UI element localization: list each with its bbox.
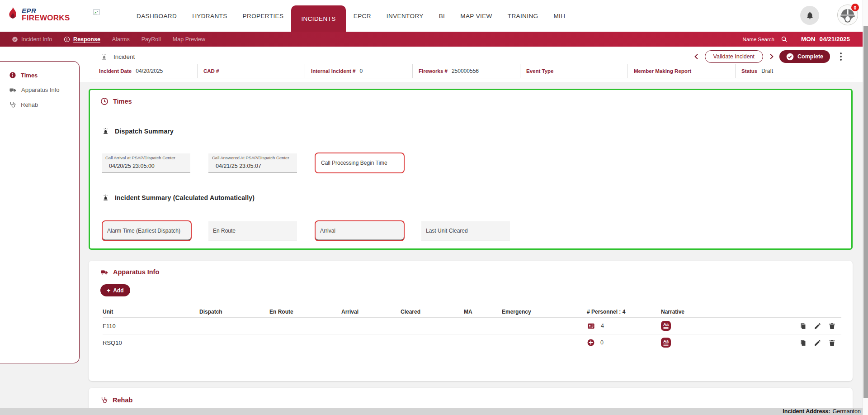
page-title: Incident bbox=[113, 53, 135, 60]
check-circle-icon bbox=[786, 53, 794, 61]
nav-bi[interactable]: BI bbox=[431, 0, 453, 32]
sidebar-item-apparatus-info[interactable]: Apparatus Info bbox=[0, 82, 79, 97]
personnel-count: 4 bbox=[601, 323, 604, 329]
sidebar-item-label: Apparatus Info bbox=[21, 86, 60, 93]
col-personnel: # Personnel : 4 bbox=[587, 309, 661, 315]
edit-row-icon[interactable] bbox=[814, 322, 821, 330]
field-value: Draft bbox=[761, 68, 773, 74]
nav-epcr[interactable]: EPCR bbox=[346, 0, 379, 32]
field-label: Call Arrival at PSAP/Dispatch Center bbox=[105, 155, 175, 160]
field-status: Status Draft bbox=[735, 64, 854, 78]
incident-address-value: Germanton bbox=[832, 408, 861, 415]
add-personnel-icon[interactable] bbox=[587, 339, 595, 347]
col-en-route: En Route bbox=[269, 309, 341, 315]
app-logo: EPR FIREWORKS bbox=[6, 6, 70, 23]
scrollbar-thumb[interactable] bbox=[863, 26, 868, 398]
subnav-alarms[interactable]: Alarms bbox=[112, 36, 130, 43]
delete-row-icon[interactable] bbox=[828, 322, 836, 330]
status-bar: Incident Address: Germanton bbox=[0, 408, 868, 415]
nav-dashboard[interactable]: DASHBOARD bbox=[129, 0, 184, 32]
subnav-incident-info[interactable]: Incident Info bbox=[12, 36, 52, 43]
flame-logo-icon bbox=[6, 6, 19, 23]
field-label: Member Making Report bbox=[634, 68, 691, 74]
nav-mih[interactable]: MIH bbox=[546, 0, 573, 32]
check-circle-icon bbox=[12, 36, 18, 43]
dispatch-summary-title: Dispatch Summary bbox=[102, 127, 174, 135]
subnav-label: Response bbox=[73, 36, 100, 43]
subnav-map-preview[interactable]: Map Preview bbox=[173, 36, 205, 43]
user-avatar[interactable]: 0 bbox=[837, 5, 858, 25]
delete-row-icon[interactable] bbox=[828, 339, 836, 347]
field-cad-number: CAD # bbox=[197, 64, 305, 78]
svg-text:Aa: Aa bbox=[663, 322, 669, 327]
times-title-label: Times bbox=[113, 98, 132, 105]
apparatus-section-title: Apparatus Info bbox=[100, 268, 159, 276]
last-unit-cleared-field[interactable]: Last Unit Cleared bbox=[421, 221, 510, 240]
copy-row-icon[interactable] bbox=[799, 339, 807, 347]
call-arrival-psap-field[interactable]: Call Arrival at PSAP/Dispatch Center 04/… bbox=[102, 153, 190, 172]
siren-icon bbox=[102, 127, 109, 135]
nav-map-view[interactable]: MAP VIEW bbox=[453, 0, 500, 32]
apparatus-table-header: Unit Dispatch En Route Arrival Cleared M… bbox=[103, 306, 841, 318]
table-row: F110 4 Aa bbox=[103, 318, 841, 334]
call-processing-begin-time-field[interactable]: Call Processing Begin Time bbox=[315, 153, 405, 173]
plus-icon: + bbox=[107, 287, 110, 294]
nav-training[interactable]: TRAINING bbox=[500, 0, 546, 32]
incident-summary-label: Incident Summary (Calculated Automatical… bbox=[115, 194, 255, 201]
nav-label: INVENTORY bbox=[387, 13, 424, 19]
more-options-button[interactable] bbox=[838, 51, 844, 62]
fire-truck-icon bbox=[9, 86, 17, 94]
incident-address-label: Incident Address: bbox=[783, 408, 830, 415]
validate-incident-button[interactable]: Validate Incident bbox=[705, 50, 764, 63]
personnel-count: 0 bbox=[600, 339, 604, 346]
sidebar-item-rehab[interactable]: Rehab bbox=[0, 97, 79, 112]
add-apparatus-button[interactable]: + Add bbox=[100, 284, 130, 296]
sidebar-item-times[interactable]: Times bbox=[0, 68, 79, 82]
date-day: MON bbox=[801, 36, 816, 43]
nav-label: HYDRANTS bbox=[192, 13, 227, 19]
nav-label: INCIDENTS bbox=[301, 15, 335, 22]
complete-button[interactable]: Complete bbox=[779, 50, 830, 63]
vertical-scrollbar[interactable] bbox=[863, 0, 868, 415]
stethoscope-icon bbox=[9, 101, 16, 108]
alarm-time-field[interactable]: Alarm Time (Earliest Dispatch) bbox=[102, 220, 192, 241]
avatar-badge: 0 bbox=[851, 4, 859, 11]
nav-inventory[interactable]: INVENTORY bbox=[379, 0, 431, 32]
unit-cell: F110 bbox=[103, 323, 199, 329]
field-event-type: Event Type bbox=[520, 64, 627, 78]
copy-row-icon[interactable] bbox=[799, 322, 807, 330]
nav-label: TRAINING bbox=[508, 13, 538, 19]
logo-fireworks-text: FIREWORKS bbox=[22, 14, 70, 22]
narrative-icon[interactable]: Aa bbox=[661, 321, 671, 331]
en-route-field[interactable]: En Route bbox=[208, 221, 297, 240]
field-value: 250000556 bbox=[452, 68, 479, 74]
next-incident-button[interactable] bbox=[768, 53, 775, 60]
subnav-payroll[interactable]: PayRoll bbox=[142, 36, 161, 43]
field-label: En Route bbox=[213, 228, 236, 234]
sidebar-item-label: Times bbox=[21, 72, 38, 79]
add-label: Add bbox=[113, 287, 123, 294]
date-value: 04/21/2025 bbox=[819, 36, 850, 43]
name-search-button[interactable]: Name Search bbox=[743, 36, 788, 43]
narrative-icon[interactable]: Aa bbox=[661, 338, 671, 348]
col-emergency: Emergency bbox=[502, 309, 587, 315]
field-incident-date: Incident Date 04/20/2025 bbox=[89, 64, 197, 78]
subnav-response[interactable]: Response bbox=[64, 36, 100, 43]
field-label: Call Processing Begin Time bbox=[321, 160, 387, 166]
unit-cell: RSQ10 bbox=[103, 339, 199, 346]
field-internal-incident-number: Internal Incident # 0 bbox=[305, 64, 412, 78]
col-arrival: Arrival bbox=[341, 309, 401, 315]
nav-hydrants[interactable]: HYDRANTS bbox=[184, 0, 235, 32]
apparatus-info-section: Apparatus Info + Add Unit Dispatch En Ro… bbox=[89, 261, 853, 381]
notifications-button[interactable] bbox=[800, 6, 819, 25]
prev-incident-button[interactable] bbox=[693, 53, 700, 60]
edit-row-icon[interactable] bbox=[814, 339, 821, 347]
top-bar: EPR FIREWORKS DASHBOARD HYDRANTS PROPERT… bbox=[0, 0, 868, 32]
arrival-field[interactable]: Arrival bbox=[315, 220, 405, 241]
siren-icon bbox=[100, 53, 108, 61]
personnel-badge-icon[interactable] bbox=[587, 322, 595, 330]
name-search-label: Name Search bbox=[743, 37, 774, 42]
nav-incidents[interactable]: INCIDENTS bbox=[291, 5, 345, 32]
nav-properties[interactable]: PROPERTIES bbox=[235, 0, 292, 32]
call-answered-psap-field[interactable]: Call Answered At PSAP/Dispatch Center 04… bbox=[208, 153, 297, 172]
